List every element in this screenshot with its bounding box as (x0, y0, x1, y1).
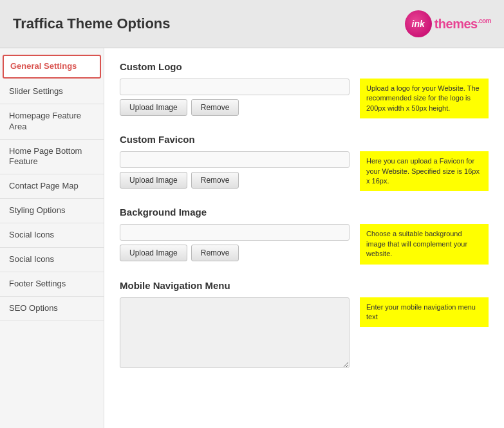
sidebar-item-home-page-bottom-feature[interactable]: Home Page Bottom Feature (0, 140, 104, 175)
logo-text: themes.com (434, 17, 491, 32)
custom-logo-title: Custom Logo (120, 61, 489, 72)
custom-favicon-section: Custom Favicon Upload Image Remove Here … (120, 134, 489, 191)
sidebar-item-slider-settings[interactable]: Slider Settings (0, 80, 104, 104)
mobile-nav-section: Mobile Navigation Menu Enter your mobile… (120, 280, 489, 370)
custom-favicon-hint: Here you can upload a Favicon for your W… (360, 151, 489, 191)
sidebar-item-homepage-feature-area[interactable]: Homepage Feature Area (0, 104, 104, 140)
app-header: Traffica Theme Options ink themes.com (0, 0, 504, 48)
custom-logo-input[interactable] (120, 79, 350, 95)
sidebar-item-social-icons-2[interactable]: Social Icons (0, 248, 104, 272)
background-image-title: Background Image (120, 207, 489, 218)
custom-logo-button-row: Upload Image Remove (120, 99, 350, 116)
sidebar-item-general-settings[interactable]: General Settings (3, 55, 101, 79)
custom-favicon-title: Custom Favicon (120, 134, 489, 145)
background-image-button-row: Upload Image Remove (120, 245, 350, 261)
custom-logo-section: Custom Logo Upload Image Remove Upload a… (120, 61, 489, 118)
mobile-nav-field-row: Enter your mobile navigation menu text (120, 297, 489, 370)
main-layout: General Settings Slider Settings Homepag… (0, 48, 504, 428)
custom-favicon-field-row: Upload Image Remove Here you can upload … (120, 151, 489, 191)
sidebar-item-seo-options[interactable]: SEO Options (0, 297, 104, 321)
custom-favicon-remove-button[interactable]: Remove (191, 172, 239, 189)
logo-container: ink themes.com (405, 10, 491, 37)
background-image-remove-button[interactable]: Remove (191, 245, 239, 261)
logo-themes-text: themes (434, 17, 478, 31)
mobile-nav-field-left (120, 297, 350, 370)
content-area: Custom Logo Upload Image Remove Upload a… (104, 48, 504, 428)
background-image-upload-button[interactable]: Upload Image (120, 245, 187, 261)
sidebar-item-styling-options[interactable]: Styling Options (0, 199, 104, 223)
logo-dotcom: .com (478, 17, 491, 24)
custom-favicon-upload-button[interactable]: Upload Image (120, 172, 187, 189)
background-image-input[interactable] (120, 224, 350, 241)
custom-favicon-button-row: Upload Image Remove (120, 172, 350, 189)
sidebar-item-contact-page-map[interactable]: Contact Page Map (0, 174, 104, 199)
mobile-nav-textarea[interactable] (120, 297, 350, 368)
custom-logo-remove-button[interactable]: Remove (191, 99, 239, 116)
custom-logo-hint: Upload a logo for your Website. The reco… (360, 79, 489, 118)
logo-badge-icon: ink (405, 10, 432, 37)
background-image-section: Background Image Upload Image Remove Cho… (120, 207, 489, 264)
custom-logo-field-row: Upload Image Remove Upload a logo for yo… (120, 79, 489, 118)
custom-logo-field-left: Upload Image Remove (120, 79, 350, 116)
background-image-hint: Choose a suitable background image that … (360, 224, 489, 264)
mobile-nav-hint: Enter your mobile navigation menu text (360, 297, 489, 328)
custom-favicon-input[interactable] (120, 151, 350, 168)
sidebar-item-social-icons-1[interactable]: Social Icons (0, 223, 104, 248)
custom-logo-upload-button[interactable]: Upload Image (120, 99, 187, 116)
app-title: Traffica Theme Options (13, 15, 171, 32)
background-image-field-left: Upload Image Remove (120, 224, 350, 261)
sidebar: General Settings Slider Settings Homepag… (0, 48, 104, 428)
mobile-nav-title: Mobile Navigation Menu (120, 280, 489, 291)
background-image-field-row: Upload Image Remove Choose a suitable ba… (120, 224, 489, 264)
custom-favicon-field-left: Upload Image Remove (120, 151, 350, 189)
sidebar-item-footer-settings[interactable]: Footer Settings (0, 272, 104, 297)
